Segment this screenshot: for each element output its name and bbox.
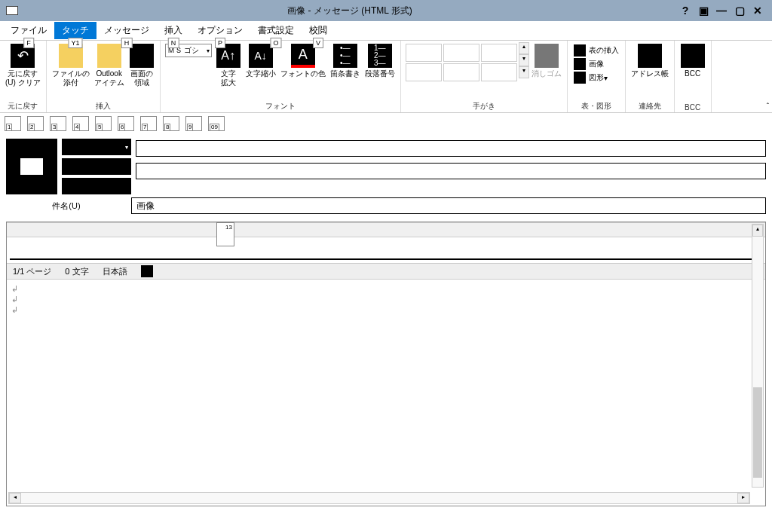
tab-file[interactable]: ファイルF bbox=[3, 22, 54, 39]
help-button[interactable]: ? bbox=[677, 3, 694, 18]
attachment-thumbnail[interactable] bbox=[6, 139, 57, 194]
qat-item-5[interactable]: 5 bbox=[95, 116, 112, 131]
qat-item-10[interactable]: 09 bbox=[208, 116, 225, 131]
close-button[interactable]: ✕ bbox=[749, 3, 766, 18]
qat-item-9[interactable]: 9 bbox=[185, 116, 202, 131]
group-label-hand: 手がき bbox=[404, 100, 564, 112]
qat-item-1[interactable]: 1 bbox=[5, 116, 21, 131]
horizontal-ruler[interactable] bbox=[7, 222, 765, 237]
envelope-icon bbox=[97, 44, 121, 68]
to-field[interactable] bbox=[136, 140, 766, 157]
keytip-format: O bbox=[270, 38, 281, 48]
numbering-button[interactable]: 1—2—3—段落番号 bbox=[363, 42, 397, 89]
ribbon-tabs: ファイルF タッチY1 メッセージH 挿入N オプションP 書式設定O 校閲V bbox=[0, 21, 772, 41]
send-button[interactable] bbox=[62, 139, 131, 155]
group-label-bcc: BCC bbox=[678, 102, 708, 112]
quick-access-toolbar: 1 2 3 4 5 6 7 8 9 09 bbox=[0, 113, 772, 134]
horizontal-scrollbar[interactable]: ◂ ▸ bbox=[8, 492, 750, 504]
bullets-icon: •—•—•— bbox=[333, 44, 357, 68]
bcc-button[interactable]: BCC bbox=[678, 42, 708, 80]
minimize-button[interactable]: — bbox=[713, 3, 730, 18]
group-label-table: 表・図形 bbox=[571, 100, 622, 112]
maximize-button[interactable]: ▢ bbox=[731, 3, 748, 18]
scroll-up-button[interactable]: ▴ bbox=[752, 225, 763, 237]
qat-item-2[interactable]: 2 bbox=[27, 116, 44, 131]
group-insert: ファイルの 添付 Outlook アイテム 画面の 領域 挿入 bbox=[47, 41, 161, 112]
group-undo: ↶元に戻す (U) クリア 元に戻す bbox=[0, 41, 47, 112]
tab-message[interactable]: メッセージH bbox=[96, 22, 157, 39]
group-bcc: BCC BCC bbox=[675, 41, 712, 112]
language-status: 日本語 bbox=[103, 266, 127, 277]
screen-icon bbox=[130, 44, 154, 68]
ruler-marker[interactable]: 13 bbox=[216, 222, 234, 246]
screen-region-button[interactable]: 画面の 領域 bbox=[127, 42, 157, 89]
address-buttons bbox=[62, 139, 131, 194]
tab-touch[interactable]: タッチY1 bbox=[54, 22, 96, 39]
group-label-contacts: 連絡先 bbox=[629, 100, 671, 112]
numbering-icon: 1—2—3— bbox=[368, 44, 392, 68]
group-table-shape: 表の挿入 画像 図形 ▾ 表・図形 bbox=[568, 41, 626, 112]
tab-review[interactable]: 校閲V bbox=[302, 22, 335, 39]
subject-row: 件名(U) bbox=[0, 194, 772, 219]
qat-item-3[interactable]: 3 bbox=[50, 116, 66, 131]
insert-table-button[interactable]: 表の挿入 bbox=[574, 44, 619, 57]
qat-item-7[interactable]: 7 bbox=[140, 116, 157, 131]
chevron-down-icon: ▾ bbox=[207, 47, 210, 54]
group-contacts: アドレス帳 連絡先 bbox=[626, 41, 675, 112]
font-shrink-button[interactable]: A↓文字縮小 bbox=[244, 42, 278, 89]
keytip-option: P bbox=[215, 38, 225, 48]
cc-field[interactable] bbox=[136, 163, 766, 179]
group-label-insert: 挿入 bbox=[50, 100, 157, 112]
ribbon: ↶元に戻す (U) クリア 元に戻す ファイルの 添付 Outlook アイテム… bbox=[0, 41, 772, 113]
scroll-right-button[interactable]: ▸ bbox=[737, 493, 749, 503]
attach-file-button[interactable]: ファイルの 添付 bbox=[50, 42, 92, 89]
address-book-button[interactable]: アドレス帳 bbox=[629, 42, 671, 80]
group-label-undo: 元に戻す bbox=[3, 100, 43, 112]
editor-statusbar: 1/1 ページ 0 文字 日本語 bbox=[7, 263, 765, 280]
insert-image-button[interactable]: 画像 bbox=[574, 57, 604, 71]
tab-insert[interactable]: 挿入N bbox=[157, 22, 190, 39]
gallery-more-button[interactable]: ▾ bbox=[519, 66, 529, 78]
vertical-scrollbar[interactable]: ▴ bbox=[752, 224, 764, 488]
qat-item-4[interactable]: 4 bbox=[72, 116, 89, 131]
font-color-button[interactable]: Aフォントの色 bbox=[278, 42, 328, 89]
scroll-thumb[interactable] bbox=[753, 387, 762, 478]
gallery-scroll: ▴ ▾ ▾ bbox=[519, 42, 529, 78]
cc-button[interactable] bbox=[62, 178, 131, 194]
tab-option[interactable]: オプションP bbox=[190, 22, 250, 39]
ribbon-collapse-button[interactable]: ˆ bbox=[767, 102, 769, 111]
bcc-icon bbox=[681, 44, 705, 68]
window-title: 画像 - メッセージ (HTML 形式) bbox=[24, 5, 676, 17]
pen-gallery[interactable] bbox=[406, 44, 517, 81]
font-color-icon: A bbox=[291, 44, 315, 68]
outlook-item-button[interactable]: Outlook アイテム bbox=[92, 42, 127, 89]
qat-item-8[interactable]: 8 bbox=[163, 116, 179, 131]
message-body[interactable]: ↲↲↲ bbox=[7, 280, 765, 506]
scroll-left-button[interactable]: ◂ bbox=[9, 493, 21, 503]
separator-line bbox=[10, 258, 762, 260]
to-button[interactable] bbox=[62, 158, 131, 175]
eraser-button[interactable]: 消しゴム bbox=[529, 42, 564, 80]
image-icon bbox=[574, 58, 586, 70]
keytip-review: V bbox=[313, 38, 323, 48]
keytip-touch: Y1 bbox=[68, 38, 82, 48]
bullets-button[interactable]: •—•—•—箇条書き bbox=[328, 42, 363, 89]
address-book-icon bbox=[638, 44, 662, 68]
keytip-message: H bbox=[121, 38, 133, 48]
keytip-file: F bbox=[23, 38, 34, 48]
scroll-track[interactable] bbox=[21, 493, 737, 503]
gallery-up-button[interactable]: ▴ bbox=[519, 42, 529, 54]
ribbon-toggle-button[interactable]: ▣ bbox=[695, 3, 712, 18]
ruler-area: 13 bbox=[7, 222, 765, 263]
undo-button[interactable]: ↶元に戻す (U) クリア bbox=[3, 42, 43, 89]
subject-field[interactable] bbox=[131, 197, 766, 214]
tab-format[interactable]: 書式設定O bbox=[250, 22, 302, 39]
page-status: 1/1 ページ bbox=[13, 266, 51, 277]
insert-shape-button[interactable]: 図形 ▾ bbox=[574, 71, 608, 84]
gallery-down-button[interactable]: ▾ bbox=[519, 54, 529, 66]
font-enlarge-button[interactable]: A↑文字 拡大 bbox=[213, 42, 244, 89]
keyboard-icon[interactable] bbox=[141, 265, 153, 277]
font-shrink-icon: A↓ bbox=[249, 44, 273, 68]
app-icon bbox=[6, 6, 18, 15]
qat-item-6[interactable]: 6 bbox=[118, 116, 134, 131]
